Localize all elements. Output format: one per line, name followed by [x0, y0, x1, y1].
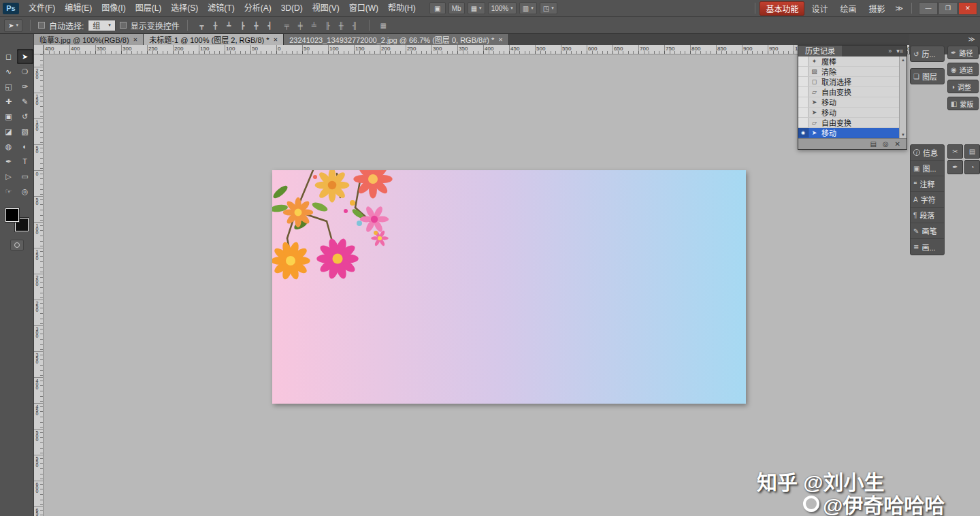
distribute-vertical-centers-icon[interactable]: ╪: [294, 20, 307, 31]
view-extras-icon[interactable]: ▦▾: [468, 2, 485, 14]
document-tab[interactable]: 23241023_134932772000_2.jpg @ 66.7% (图层 …: [284, 34, 509, 45]
align-left-edges-icon[interactable]: ┣: [236, 20, 249, 31]
dodge-tool[interactable]: ◐: [17, 139, 33, 154]
rectangular-marquee-tool[interactable]: ◻: [1, 49, 17, 64]
minimize-button[interactable]: —: [919, 2, 938, 15]
distribute-horizontal-centers-icon[interactable]: ╫: [335, 20, 348, 31]
panel-icon-clone-source[interactable]: ✂: [947, 144, 963, 159]
menu-item[interactable]: 选择(S): [166, 0, 203, 17]
quick-selection-tool[interactable]: ❍: [17, 64, 33, 79]
clone-stamp-tool[interactable]: ▣: [1, 109, 17, 124]
menu-item[interactable]: 文件(F): [24, 0, 60, 17]
brush-tool[interactable]: ✎: [17, 94, 33, 109]
panel-tab-character[interactable]: A字符: [911, 192, 944, 208]
panel-tab-notes[interactable]: ❝注释: [911, 176, 944, 192]
launch-mini-bridge-icon[interactable]: Mb: [448, 2, 465, 14]
menu-item[interactable]: 滤镜(T): [203, 0, 239, 17]
delete-state-icon[interactable]: ✕: [895, 140, 900, 148]
close-tab-icon[interactable]: ✕: [133, 37, 138, 43]
history-state-magic-wand[interactable]: ✦魔棒: [798, 57, 899, 67]
menu-item[interactable]: 窗口(W): [344, 0, 383, 17]
panel-menu-icon[interactable]: ▾≡: [896, 48, 903, 54]
align-right-edges-icon[interactable]: ┫: [263, 20, 276, 31]
history-brush-tool[interactable]: ↺: [17, 109, 33, 124]
close-tab-icon[interactable]: ✕: [274, 37, 278, 43]
crop-tool[interactable]: ◱: [1, 79, 17, 94]
menu-item[interactable]: 3D(D): [276, 0, 308, 17]
path-selection-tool[interactable]: ▷: [1, 169, 17, 184]
panel-tab-channels[interactable]: ◉通道: [947, 63, 979, 76]
foreground-color-swatch[interactable]: [5, 208, 19, 222]
distribute-left-edges-icon[interactable]: ╟: [321, 20, 334, 31]
history-brush-source-cell[interactable]: [798, 77, 808, 86]
auto-select-mode-dropdown[interactable]: 组 ▾: [88, 20, 116, 31]
blur-tool[interactable]: ◍: [1, 139, 17, 154]
screen-mode-icon[interactable]: ◳▾: [540, 2, 557, 14]
menu-item[interactable]: 图像(I): [97, 0, 130, 17]
rectangle-tool[interactable]: ▭: [17, 169, 33, 184]
new-snapshot-icon[interactable]: ◎: [883, 140, 889, 148]
menu-item[interactable]: 图层(L): [131, 0, 167, 17]
document-tab[interactable]: 临摹3.jpg @ 100%(RGB/8)✕: [34, 34, 144, 45]
panel-tab-layers[interactable]: ❏图层: [910, 68, 945, 84]
history-state-deselect[interactable]: ◻取消选择: [798, 77, 899, 87]
menu-item[interactable]: 视图(V): [308, 0, 344, 17]
menu-item[interactable]: 编辑(E): [60, 0, 97, 17]
show-transform-controls-checkbox[interactable]: [120, 22, 127, 29]
history-brush-source-cell[interactable]: [798, 57, 808, 66]
menu-item[interactable]: 帮助(H): [383, 0, 421, 17]
distribute-top-edges-icon[interactable]: ╤: [280, 20, 293, 31]
new-document-from-state-icon[interactable]: ▤: [870, 140, 876, 148]
align-horizontal-centers-icon[interactable]: ╋: [250, 20, 263, 31]
hand-tool[interactable]: ☞: [1, 184, 17, 199]
history-state-clear[interactable]: ▨清除: [798, 67, 899, 77]
history-brush-source-cell[interactable]: [798, 97, 808, 107]
panel-tab-brush-presets[interactable]: ≣画...: [911, 239, 944, 255]
history-panel-tab[interactable]: 历史记录: [798, 46, 842, 57]
spot-healing-brush-tool[interactable]: ✚: [1, 94, 17, 109]
history-state-free-transform[interactable]: ▱自由变换: [798, 118, 899, 128]
zoom-tool[interactable]: ◎: [17, 184, 33, 199]
workspace-overflow-icon[interactable]: ≫: [891, 4, 907, 13]
history-brush-source-cell[interactable]: ◉: [798, 128, 808, 138]
tool-preset-picker[interactable]: ➤ ▾: [4, 19, 22, 32]
align-vertical-centers-icon[interactable]: ╂: [209, 20, 222, 31]
menu-item[interactable]: 分析(A): [240, 0, 276, 17]
history-brush-source-cell[interactable]: [798, 87, 808, 97]
history-state-free-transform[interactable]: ▱自由变换: [798, 87, 899, 97]
history-state-move[interactable]: ◉➤移动: [798, 128, 899, 138]
history-brush-source-cell[interactable]: [798, 118, 808, 127]
zoom-level-dropdown[interactable]: 100%▾: [488, 2, 517, 14]
close-tab-icon[interactable]: ✕: [498, 37, 503, 43]
workspace-button[interactable]: 摄影: [863, 2, 890, 15]
panel-icon-styles[interactable]: ✒: [947, 160, 963, 174]
workspace-button[interactable]: 基本功能: [760, 1, 804, 16]
history-brush-source-cell[interactable]: [798, 108, 808, 117]
close-button[interactable]: ✕: [958, 2, 977, 15]
distribute-right-edges-icon[interactable]: ╢: [348, 20, 361, 31]
panel-tab-history[interactable]: ↺历...: [910, 46, 945, 62]
distribute-bottom-edges-icon[interactable]: ╧: [308, 20, 321, 31]
pen-tool[interactable]: ✒: [1, 154, 17, 169]
workspace-button[interactable]: 绘画: [834, 2, 862, 15]
panel-tab-paths[interactable]: ✒路径: [947, 46, 979, 59]
panel-collapse-icon[interactable]: »: [888, 48, 892, 54]
align-top-edges-icon[interactable]: ┳: [195, 20, 208, 31]
gradient-tool[interactable]: ▧: [17, 124, 33, 139]
quick-mask-button[interactable]: [10, 240, 24, 251]
launch-bridge-icon[interactable]: ▣: [429, 2, 446, 14]
restore-button[interactable]: ❐: [938, 2, 958, 15]
panel-tab-layer-comps[interactable]: ▣图...: [911, 161, 944, 176]
history-scrollbar[interactable]: ▲ ▼: [899, 57, 906, 138]
scroll-up-icon[interactable]: ▲: [901, 58, 905, 62]
document-tab[interactable]: 未标题-1 @ 100% (图层 2, RGB/8) *✕: [144, 34, 284, 45]
panel-tab-info[interactable]: i信息: [911, 145, 944, 161]
eyedropper-tool[interactable]: ✑: [17, 79, 33, 94]
auto-align-layers-button[interactable]: ▦: [377, 20, 390, 31]
eraser-tool[interactable]: ◪: [1, 124, 17, 139]
scroll-down-icon[interactable]: ▼: [901, 133, 905, 137]
history-brush-source-cell[interactable]: [798, 67, 808, 76]
panel-icon-animation[interactable]: ◔: [964, 160, 980, 174]
type-tool[interactable]: T: [17, 154, 33, 169]
arrange-documents-icon[interactable]: ▥▾: [519, 2, 537, 14]
